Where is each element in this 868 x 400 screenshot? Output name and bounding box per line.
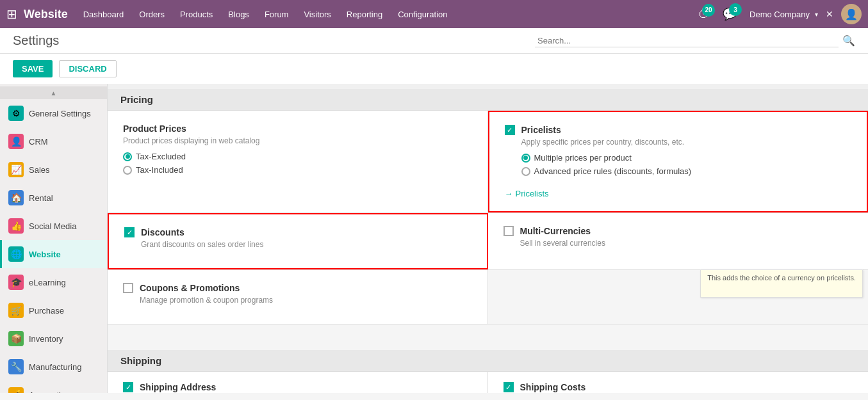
user-avatar[interactable]: 👤 [841, 4, 862, 24]
tax-included-option[interactable]: Tax-Included [123, 165, 472, 175]
tax-included-radio[interactable] [123, 166, 132, 175]
multi-currencies-content: Multi-Currencies Sell in several currenc… [520, 226, 605, 254]
sidebar-item-sales[interactable]: 📈 Sales [0, 156, 107, 184]
pricelists-link-wrap: → Pricelists [505, 182, 852, 198]
topnav-right: ⏱ 20 💬 3 Demo Company ▾ ✕ 👤 [698, 4, 862, 24]
menu-reporting[interactable]: Reporting [344, 8, 385, 20]
save-button[interactable]: SAVE [13, 60, 53, 77]
main-content: Pricing Product Prices Product prices di… [108, 84, 868, 393]
menu-dashboard[interactable]: Dashboard [81, 8, 127, 20]
brand-label: Website [24, 8, 68, 21]
sidebar-item-inventory[interactable]: 📦 Inventory [0, 324, 107, 353]
search-input[interactable] [535, 35, 839, 47]
clock-badge-wrap: ⏱ 20 [698, 8, 710, 21]
toolbar: SAVE DISCARD [0, 54, 868, 84]
sidebar-scroll-up[interactable]: ▲ [0, 86, 107, 99]
pricelists-checkbox[interactable]: ✓ [505, 125, 515, 135]
pricelists-cell: ✓ Pricelists Apply specific prices per c… [488, 111, 869, 212]
discard-button[interactable]: DISCARD [59, 60, 116, 77]
menu-visitors[interactable]: Visitors [301, 8, 333, 20]
shipping-costs-checkmark: ✓ [505, 383, 511, 392]
sales-icon: 📈 [8, 162, 24, 177]
sidebar-item-accounting[interactable]: 💰 Accounting [0, 381, 107, 393]
tax-included-label: Tax-Included [136, 165, 183, 175]
sidebar-item-manufacturing[interactable]: 🔧 Manufacturing [0, 353, 107, 381]
search-icon[interactable]: 🔍 [842, 35, 855, 47]
shipping-section-header: Shipping [108, 350, 868, 372]
shipping-address-row: ✓ Shipping Address [123, 382, 472, 393]
shipping-row: ✓ Shipping Address ✓ Shipping Costs [108, 372, 868, 393]
chat-badge-wrap: 💬 3 [723, 7, 737, 21]
pricelists-desc: Apply specific prices per country, disco… [521, 138, 692, 147]
menu-orders[interactable]: Orders [136, 8, 167, 20]
menu-forum[interactable]: Forum [262, 8, 291, 20]
sidebar-label-website: Website [29, 250, 61, 259]
sidebar-item-social-media[interactable]: 👍 Social Media [0, 212, 107, 240]
shipping-address-cell: ✓ Shipping Address [108, 372, 488, 393]
pricelists-link[interactable]: → Pricelists [505, 189, 549, 198]
close-icon[interactable]: ✕ [826, 9, 833, 19]
sidebar-item-elearning[interactable]: 🎓 eLearning [0, 268, 107, 296]
inventory-icon: 📦 [8, 331, 24, 346]
tax-excluded-option[interactable]: Tax-Excluded [123, 152, 472, 161]
sidebar-label-inventory: Inventory [29, 334, 63, 344]
multi-currencies-title: Multi-Currencies [520, 226, 605, 236]
arrow-right-icon: → [505, 189, 513, 198]
sidebar-item-website[interactable]: 🌐 Website [0, 240, 107, 268]
grid-icon[interactable]: ⊞ [6, 6, 17, 22]
accounting-icon: 💰 [8, 387, 24, 393]
website-icon: 🌐 [8, 246, 24, 262]
product-prices-cell: Product Prices Product prices displaying… [108, 111, 488, 212]
multi-currencies-checkbox[interactable] [504, 226, 514, 236]
coupons-title: Coupons & Promotions [140, 283, 273, 293]
shipping-costs-row: ✓ Shipping Costs [504, 382, 853, 393]
multiple-prices-radio[interactable] [521, 154, 530, 163]
company-chevron-icon: ▾ [815, 11, 818, 18]
menu-configuration[interactable]: Configuration [395, 8, 450, 20]
tax-radio-group: Tax-Excluded Tax-Included [123, 152, 472, 175]
page-layout: ▲ ⚙ General Settings 👤 CRM 📈 Sales 🏠 Ren… [0, 84, 868, 393]
sidebar-item-purchase[interactable]: 🛒 Purchase [0, 296, 107, 324]
top-divider [108, 84, 868, 89]
shipping-address-checkbox[interactable]: ✓ [123, 382, 133, 392]
advanced-rules-radio[interactable] [521, 167, 530, 176]
sidebar-label-rental: Rental [29, 193, 53, 203]
coupons-checkbox[interactable] [123, 283, 133, 293]
discounts-checkbox[interactable]: ✓ [124, 227, 135, 237]
search-wrap: 🔍 [535, 35, 855, 47]
multi-currencies-tooltip: This adds the choice of a currency on pr… [700, 269, 863, 298]
elearning-icon: 🎓 [8, 275, 24, 290]
multi-currencies-row: Multi-Currencies Sell in several currenc… [504, 226, 853, 254]
pricing-row-2: ✓ Discounts Grant discounts on sales ord… [108, 213, 868, 270]
shipping-costs-cell: ✓ Shipping Costs [488, 372, 869, 393]
general-settings-icon: ⚙ [8, 106, 24, 121]
multi-currencies-desc: Sell in several currencies [520, 239, 605, 248]
menu-blogs[interactable]: Blogs [225, 8, 252, 20]
coupons-row: Coupons & Promotions Manage promotion & … [123, 283, 472, 311]
coupons-content: Coupons & Promotions Manage promotion & … [140, 283, 273, 311]
coupons-cell: Coupons & Promotions Manage promotion & … [108, 270, 488, 324]
tax-excluded-radio[interactable] [123, 152, 132, 161]
menu-products[interactable]: Products [177, 8, 215, 20]
chat-badge: 3 [729, 3, 742, 16]
sidebar: ▲ ⚙ General Settings 👤 CRM 📈 Sales 🏠 Ren… [0, 84, 108, 393]
sidebar-item-rental[interactable]: 🏠 Rental [0, 184, 107, 212]
sidebar-label-elearning: eLearning [29, 278, 66, 287]
sidebar-item-crm[interactable]: 👤 CRM [0, 127, 107, 156]
top-menu: Dashboard Orders Products Blogs Forum Vi… [81, 8, 698, 20]
shipping-costs-checkbox[interactable]: ✓ [504, 382, 514, 392]
discounts-row: ✓ Discounts Grant discounts on sales ord… [124, 227, 471, 255]
pricelists-content: Pricelists Apply specific prices per cou… [521, 125, 692, 176]
advanced-rules-option[interactable]: Advanced price rules (discounts, formula… [521, 166, 692, 176]
pricelists-checkmark: ✓ [507, 126, 512, 134]
sidebar-label-crm: CRM [29, 137, 48, 147]
sidebar-label-general-settings: General Settings [29, 109, 91, 118]
multi-currencies-cell: Multi-Currencies Sell in several currenc… [488, 213, 869, 269]
multiple-prices-option[interactable]: Multiple prices per product [521, 153, 692, 163]
clock-badge: 20 [702, 4, 715, 17]
shipping-address-title: Shipping Address [140, 382, 216, 392]
sidebar-label-manufacturing: Manufacturing [29, 362, 81, 372]
company-label[interactable]: Demo Company [749, 10, 810, 19]
shipping-address-checkmark: ✓ [126, 383, 131, 392]
sidebar-item-general-settings[interactable]: ⚙ General Settings [0, 99, 107, 127]
